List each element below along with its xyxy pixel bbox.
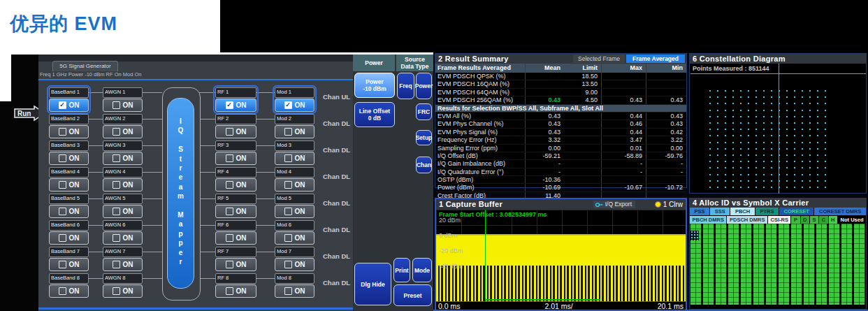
rf-block-title[interactable]: RF 4	[215, 167, 256, 178]
mod-block-on-toggle[interactable]: ON	[275, 152, 314, 165]
rf-block-on-toggle[interactable]: ON	[215, 231, 256, 245]
rf-block-on-toggle[interactable]: ON	[215, 125, 256, 138]
softkey-frc-button[interactable]: FRC	[416, 103, 432, 120]
baseband-block-on-toggle[interactable]: ON	[49, 284, 89, 298]
chan-direction-label: Chan DL	[323, 173, 350, 180]
trace-badge[interactable]: 1 Clrw	[655, 200, 683, 209]
baseband-block-title[interactable]: BaseBand 1	[49, 87, 89, 98]
awgn-block-title[interactable]: AWGN 6	[103, 220, 143, 231]
mod-block-checkbox-icon	[284, 287, 292, 295]
awgn-block-title[interactable]: AWGN 7	[103, 247, 143, 257]
rf-block-on-toggle[interactable]: ON	[215, 178, 256, 191]
rf-block-on-toggle[interactable]: ON	[215, 152, 256, 165]
baseband-block-on-toggle[interactable]: ON	[49, 231, 89, 245]
mod-block-title[interactable]: Mod 6	[275, 220, 314, 231]
baseband-block-on-toggle[interactable]: ON	[49, 152, 89, 165]
mod-block-on-toggle[interactable]: ON	[275, 284, 314, 298]
iq-stream-mapper-block[interactable]: I Q S t r e a m M a p p e r	[167, 98, 194, 289]
tab-frame-averaged[interactable]: Frame Averaged	[626, 55, 685, 63]
baseband-block-on-toggle[interactable]: ON	[49, 258, 89, 271]
line-offset-button[interactable]: Line Offset 0 dB	[354, 102, 395, 127]
awgn-block-title[interactable]: AWGN 5	[103, 194, 143, 204]
frame-start-marker[interactable]	[485, 210, 486, 301]
baseband-block-title[interactable]: BaseBand 2	[49, 114, 89, 124]
mod-block-on-toggle[interactable]: ON	[275, 258, 314, 271]
constellation-point	[732, 148, 734, 150]
awgn-block-title[interactable]: AWGN 1	[103, 87, 143, 98]
connector-line	[89, 119, 103, 120]
rf-block-title[interactable]: RF 3	[215, 140, 256, 151]
rf-block-title[interactable]: RF 5	[215, 194, 256, 204]
mod-block-title[interactable]: Mod 8	[275, 273, 314, 284]
baseband-block-title[interactable]: BaseBand 6	[49, 220, 89, 231]
rf-block-title[interactable]: RF 6	[215, 220, 256, 231]
constellation-point	[732, 116, 734, 117]
mod-block-on-toggle[interactable]: ON	[275, 178, 314, 191]
rf-block-title[interactable]: RF 8	[215, 273, 256, 284]
awgn-block-title[interactable]: AWGN 4	[103, 167, 143, 178]
softkey-chan-button[interactable]: Chan	[416, 157, 432, 173]
baseband-block-on-toggle[interactable]: ON	[49, 178, 89, 191]
tab-selected-frame[interactable]: Selected Frame	[573, 55, 625, 63]
awgn-block-on-toggle[interactable]: ON	[103, 258, 143, 271]
cell-label: EVM PDSCH 64QAM (%)	[435, 89, 526, 96]
softkey-power-button[interactable]: Power	[416, 73, 432, 99]
mod-block-on-toggle[interactable]: ON	[275, 125, 314, 138]
softkey-setup-button[interactable]: Setup	[416, 130, 432, 145]
awgn-block-on-toggle[interactable]: ON	[103, 152, 143, 165]
awgn-block-title[interactable]: AWGN 2	[103, 114, 143, 124]
constellation-point	[817, 129, 818, 130]
rf-block-title[interactable]: RF 2	[215, 114, 256, 124]
mode-button[interactable]: Mode	[412, 258, 432, 282]
baseband-block-on-toggle[interactable]: ✓ON	[49, 99, 89, 112]
constellation-point	[809, 129, 811, 130]
constellation-point	[763, 187, 765, 188]
mod-block-title[interactable]: Mod 3	[275, 140, 314, 151]
rf-block-title[interactable]: RF 1	[215, 87, 256, 98]
mod-block-on-toggle[interactable]: ON	[275, 231, 314, 245]
dlg-hide-button[interactable]: Dlg Hide	[354, 263, 391, 305]
rf-block-on-toggle[interactable]: ON	[215, 205, 256, 218]
cell-mean: -	[526, 160, 564, 167]
awgn-block-on-toggle[interactable]: ON	[103, 125, 143, 138]
baseband-block-title[interactable]: BaseBand 8	[49, 273, 89, 284]
baseband-block-title[interactable]: BaseBand 4	[49, 167, 89, 178]
awgn-block-on-toggle[interactable]: ON	[103, 205, 143, 218]
baseband-block-title[interactable]: BaseBand 5	[49, 194, 89, 204]
legend-chip-s: S	[810, 216, 818, 224]
constellation-point	[825, 96, 826, 98]
baseband-block-on-toggle[interactable]: ON	[49, 125, 89, 138]
awgn-block-on-toggle[interactable]: ON	[103, 284, 143, 298]
mod-block-title[interactable]: Mod 4	[275, 167, 314, 178]
rf-block-on-toggle[interactable]: ON	[215, 284, 256, 298]
constellation-point	[748, 161, 749, 162]
mod-block-on-label: ON	[295, 154, 305, 162]
mod-block-on-toggle[interactable]: ✓ON	[275, 99, 314, 112]
cell-mean: 3.32	[526, 136, 564, 143]
iq-export-button[interactable]: I/Q Export	[593, 201, 635, 208]
mod-block-on-toggle[interactable]: ON	[275, 205, 314, 218]
mod-block-title[interactable]: Mod 5	[275, 194, 314, 204]
rf-block-on-toggle[interactable]: ✓ON	[215, 99, 256, 112]
rf-block-title[interactable]: RF 7	[215, 247, 256, 257]
freq-button[interactable]: Freq	[397, 73, 414, 99]
mod-block-title[interactable]: Mod 7	[275, 247, 314, 257]
constellation-point	[717, 129, 718, 130]
awgn-block-title[interactable]: AWGN 8	[103, 273, 143, 284]
tab-5g-signal-generator[interactable]: 5G Signal Generator	[52, 61, 118, 71]
mod-block-title[interactable]: Mod 2	[275, 114, 314, 124]
awgn-block-on-toggle[interactable]: ON	[103, 178, 143, 191]
rf-block-on-toggle[interactable]: ON	[215, 258, 256, 271]
awgn-block-on-toggle[interactable]: ON	[103, 231, 143, 245]
awgn-block-title[interactable]: AWGN 3	[103, 140, 143, 151]
awgn-block-on-toggle[interactable]: ON	[103, 99, 143, 112]
table-row: I/Q Gain Imbalance (dB)---	[435, 160, 686, 168]
baseband-block-on-toggle[interactable]: ON	[49, 205, 89, 218]
preset-button[interactable]: Preset	[393, 284, 432, 306]
constellation-point	[740, 174, 742, 175]
baseband-block-title[interactable]: BaseBand 7	[49, 247, 89, 257]
mod-block-title[interactable]: Mod 1	[275, 87, 314, 98]
power-level-button[interactable]: Power -10 dBm	[354, 73, 395, 98]
baseband-block-title[interactable]: BaseBand 3	[49, 140, 89, 151]
print-button[interactable]: Print	[393, 258, 410, 282]
